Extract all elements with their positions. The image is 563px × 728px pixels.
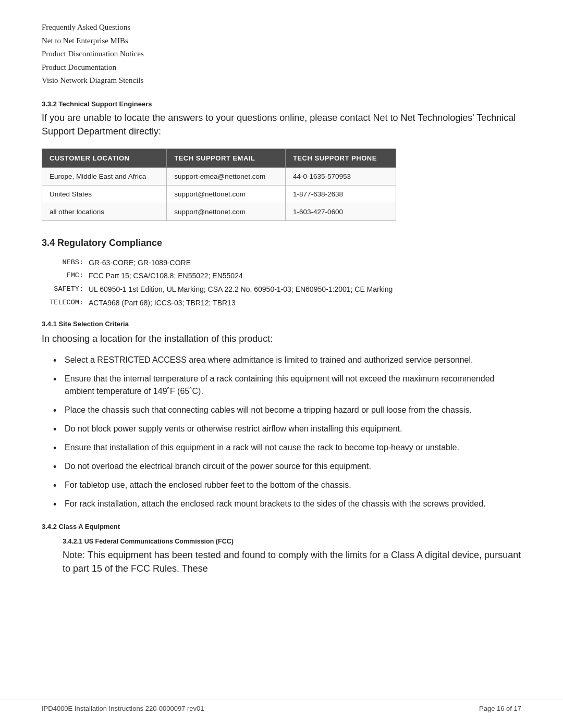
col-header-location: CUSTOMER LOCATION [42,149,167,167]
compliance-value-nebs: GR-63-CORE; GR-1089-CORE [89,257,191,269]
support-table: CUSTOMER LOCATION TECH SUPPORT EMAIL TEC… [42,149,396,221]
section-341: 3.4.1 Site Selection Criteria In choosin… [42,320,521,510]
footer-right: Page 16 of 17 [479,705,521,712]
compliance-row-telecom: TELECOM: ACTA968 (Part 68); ICCS-03; TBR… [42,297,521,310]
row3-phone: 1-603-427-0600 [285,203,396,220]
list-item: Do not overload the electrical branch ci… [63,460,521,473]
section-34: 3.4 Regulatory Compliance NEBS: GR-63-CO… [42,238,521,310]
compliance-row-emc: EMC: FCC Part 15; CSA/C108.8; EN55022; E… [42,270,521,282]
row2-email: support@nettonet.com [167,185,286,203]
row3-location: all other locations [42,203,167,220]
table-row: Europe, Middle East and Africa support-e… [42,167,396,185]
compliance-label-safety: SAFETY: [42,283,89,296]
section-342-heading: 3.4.2 Class A Equipment [42,523,521,530]
bullet-list: Select a RESTRICTED ACCESS area where ad… [63,354,521,510]
col-header-email: TECH SUPPORT EMAIL [167,149,286,167]
compliance-row-nebs: NEBS: GR-63-CORE; GR-1089-CORE [42,257,521,269]
links-list: Frequently Asked Questions Net to Net En… [42,21,521,88]
section-342-subsection-heading: 3.4.2.1 US Federal Communications Commis… [63,538,521,545]
section-341-intro: In choosing a location for the installat… [42,332,521,346]
section-342-note: Note: This equipment has been tested and… [63,548,521,575]
compliance-label-nebs: NEBS: [42,257,89,269]
list-item: Ensure that the internal temperature of … [63,373,521,398]
section-332-heading: 3.3.2 Technical Support Engineers [42,100,521,108]
compliance-value-safety: UL 60950-1 1st Edition, UL Marking; CSA … [89,283,393,296]
compliance-value-telecom: ACTA968 (Part 68); ICCS-03; TBR12; TBR13 [89,297,236,310]
list-item: Ensure that installation of this equipme… [63,441,521,454]
section-342: 3.4.2 Class A Equipment 3.4.2.1 US Feder… [42,523,521,575]
list-item: Do not block power supply vents or other… [63,423,521,435]
list-item: For tabletop use, attach the enclosed ru… [63,479,521,491]
section-332-intro: If you are unable to locate the answers … [42,111,521,138]
link-item-4[interactable]: Product Documentation [42,61,521,75]
page-content: Frequently Asked Questions Net to Net En… [0,0,563,617]
row3-email: support@nettonet.com [167,203,286,220]
section-332: 3.3.2 Technical Support Engineers If you… [42,100,521,138]
compliance-value-emc: FCC Part 15; CSA/C108.8; EN55022; EN5502… [89,270,243,282]
list-item: Select a RESTRICTED ACCESS area where ad… [63,354,521,366]
link-item-5[interactable]: Visio Network Diagram Stencils [42,74,521,88]
row1-location: Europe, Middle East and Africa [42,167,167,185]
compliance-label-emc: EMC: [42,270,89,282]
compliance-row-safety: SAFETY: UL 60950-1 1st Edition, UL Marki… [42,283,521,296]
row2-location: United States [42,185,167,203]
page-footer: IPD4000E Installation Instructions 220-0… [0,699,563,712]
table-row: United States support@nettonet.com 1-877… [42,185,396,203]
table-row: all other locations support@nettonet.com… [42,203,396,220]
list-item: Place the chassis such that connecting c… [63,404,521,416]
col-header-phone: TECH SUPPORT PHONE [285,149,396,167]
link-item-3[interactable]: Product Discontinuation Notices [42,47,521,61]
link-item-2[interactable]: Net to Net Enterprise MIBs [42,34,521,48]
compliance-label-telecom: TELECOM: [42,297,89,310]
list-item: For rack installation, attach the enclos… [63,498,521,510]
section-341-heading: 3.4.1 Site Selection Criteria [42,320,521,328]
row1-email: support-emea@nettonet.com [167,167,286,185]
footer-left: IPD4000E Installation Instructions 220-0… [42,705,204,712]
row1-phone: 44-0-1635-570953 [285,167,396,185]
link-item-1[interactable]: Frequently Asked Questions [42,21,521,34]
row2-phone: 1-877-638-2638 [285,185,396,203]
compliance-table: NEBS: GR-63-CORE; GR-1089-CORE EMC: FCC … [42,257,521,310]
section-34-title: 3.4 Regulatory Compliance [42,238,521,249]
